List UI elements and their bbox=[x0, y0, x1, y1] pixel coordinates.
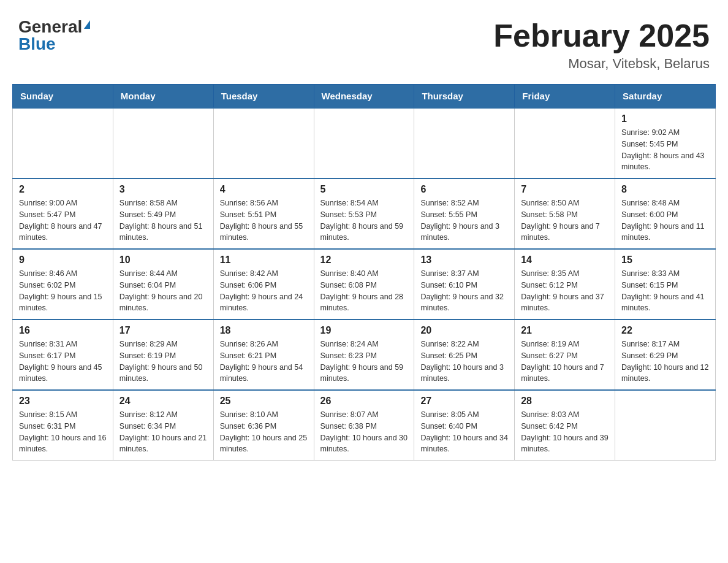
day-info: Sunrise: 8:54 AM Sunset: 5:53 PM Dayligh… bbox=[320, 197, 408, 243]
day-cell bbox=[13, 108, 113, 178]
day-info: Sunrise: 8:07 AM Sunset: 6:38 PM Dayligh… bbox=[320, 409, 408, 455]
calendar-header: SundayMondayTuesdayWednesdayThursdayFrid… bbox=[13, 85, 716, 109]
day-info: Sunrise: 8:26 AM Sunset: 6:21 PM Dayligh… bbox=[220, 339, 308, 385]
calendar-subtitle: Mosar, Vitebsk, Belarus bbox=[493, 56, 710, 72]
day-cell bbox=[414, 108, 515, 178]
day-info: Sunrise: 9:00 AM Sunset: 5:47 PM Dayligh… bbox=[19, 197, 107, 243]
day-info: Sunrise: 8:58 AM Sunset: 5:49 PM Dayligh… bbox=[119, 197, 207, 243]
day-cell: 4Sunrise: 8:56 AM Sunset: 5:51 PM Daylig… bbox=[213, 178, 314, 249]
day-number: 10 bbox=[119, 255, 207, 266]
day-info: Sunrise: 8:37 AM Sunset: 6:10 PM Dayligh… bbox=[420, 268, 508, 314]
day-cell: 12Sunrise: 8:40 AM Sunset: 6:08 PM Dayli… bbox=[314, 249, 414, 320]
day-number: 26 bbox=[320, 396, 408, 407]
day-cell: 8Sunrise: 8:48 AM Sunset: 6:00 PM Daylig… bbox=[615, 178, 716, 249]
day-info: Sunrise: 8:42 AM Sunset: 6:06 PM Dayligh… bbox=[220, 268, 308, 314]
day-number: 28 bbox=[521, 396, 609, 407]
day-cell: 5Sunrise: 8:54 AM Sunset: 5:53 PM Daylig… bbox=[314, 178, 414, 249]
day-info: Sunrise: 8:48 AM Sunset: 6:00 PM Dayligh… bbox=[621, 197, 709, 243]
day-info: Sunrise: 8:22 AM Sunset: 6:25 PM Dayligh… bbox=[420, 339, 508, 385]
day-number: 12 bbox=[320, 255, 408, 266]
calendar-table: SundayMondayTuesdayWednesdayThursdayFrid… bbox=[12, 84, 716, 461]
day-cell bbox=[515, 108, 615, 178]
header-day-sunday: Sunday bbox=[13, 85, 113, 109]
day-info: Sunrise: 8:10 AM Sunset: 6:36 PM Dayligh… bbox=[220, 409, 308, 455]
calendar-body: 1Sunrise: 9:02 AM Sunset: 5:45 PM Daylig… bbox=[13, 108, 716, 461]
day-info: Sunrise: 8:44 AM Sunset: 6:04 PM Dayligh… bbox=[119, 268, 207, 314]
day-number: 8 bbox=[621, 184, 709, 195]
day-number: 6 bbox=[420, 184, 508, 195]
day-number: 22 bbox=[621, 325, 709, 336]
day-number: 17 bbox=[119, 325, 207, 336]
day-number: 14 bbox=[521, 255, 609, 266]
day-info: Sunrise: 8:33 AM Sunset: 6:15 PM Dayligh… bbox=[621, 268, 709, 314]
week-row-5: 23Sunrise: 8:15 AM Sunset: 6:31 PM Dayli… bbox=[13, 390, 716, 461]
week-row-1: 1Sunrise: 9:02 AM Sunset: 5:45 PM Daylig… bbox=[13, 108, 716, 178]
day-cell: 6Sunrise: 8:52 AM Sunset: 5:55 PM Daylig… bbox=[414, 178, 515, 249]
header-day-monday: Monday bbox=[113, 85, 213, 109]
day-info: Sunrise: 8:12 AM Sunset: 6:34 PM Dayligh… bbox=[119, 409, 207, 455]
day-cell: 19Sunrise: 8:24 AM Sunset: 6:23 PM Dayli… bbox=[314, 320, 414, 390]
day-cell: 14Sunrise: 8:35 AM Sunset: 6:12 PM Dayli… bbox=[515, 249, 615, 320]
day-cell: 20Sunrise: 8:22 AM Sunset: 6:25 PM Dayli… bbox=[414, 320, 515, 390]
day-number: 24 bbox=[119, 396, 207, 407]
day-cell: 26Sunrise: 8:07 AM Sunset: 6:38 PM Dayli… bbox=[314, 390, 414, 461]
day-cell: 25Sunrise: 8:10 AM Sunset: 6:36 PM Dayli… bbox=[213, 390, 314, 461]
day-number: 21 bbox=[521, 325, 609, 336]
day-number: 9 bbox=[19, 255, 107, 266]
header-day-wednesday: Wednesday bbox=[314, 85, 414, 109]
day-cell: 2Sunrise: 9:00 AM Sunset: 5:47 PM Daylig… bbox=[13, 178, 113, 249]
day-number: 25 bbox=[220, 396, 308, 407]
day-info: Sunrise: 8:50 AM Sunset: 5:58 PM Dayligh… bbox=[521, 197, 609, 243]
day-cell bbox=[113, 108, 213, 178]
day-cell bbox=[314, 108, 414, 178]
day-number: 27 bbox=[420, 396, 508, 407]
day-number: 18 bbox=[220, 325, 308, 336]
day-cell: 21Sunrise: 8:19 AM Sunset: 6:27 PM Dayli… bbox=[515, 320, 615, 390]
day-cell bbox=[213, 108, 314, 178]
day-number: 4 bbox=[220, 184, 308, 195]
day-number: 16 bbox=[19, 325, 107, 336]
header-day-friday: Friday bbox=[515, 85, 615, 109]
day-cell: 27Sunrise: 8:05 AM Sunset: 6:40 PM Dayli… bbox=[414, 390, 515, 461]
day-cell: 1Sunrise: 9:02 AM Sunset: 5:45 PM Daylig… bbox=[615, 108, 716, 178]
day-info: Sunrise: 9:02 AM Sunset: 5:45 PM Dayligh… bbox=[621, 127, 709, 173]
day-info: Sunrise: 8:46 AM Sunset: 6:02 PM Dayligh… bbox=[19, 268, 107, 314]
day-number: 11 bbox=[220, 255, 308, 266]
header-day-saturday: Saturday bbox=[615, 85, 716, 109]
day-number: 23 bbox=[19, 396, 107, 407]
day-info: Sunrise: 8:29 AM Sunset: 6:19 PM Dayligh… bbox=[119, 339, 207, 385]
header-day-tuesday: Tuesday bbox=[213, 85, 314, 109]
day-cell: 11Sunrise: 8:42 AM Sunset: 6:06 PM Dayli… bbox=[213, 249, 314, 320]
logo-triangle-icon bbox=[84, 20, 90, 29]
header-day-thursday: Thursday bbox=[414, 85, 515, 109]
day-info: Sunrise: 8:31 AM Sunset: 6:17 PM Dayligh… bbox=[19, 339, 107, 385]
day-cell: 23Sunrise: 8:15 AM Sunset: 6:31 PM Dayli… bbox=[13, 390, 113, 461]
day-info: Sunrise: 8:15 AM Sunset: 6:31 PM Dayligh… bbox=[19, 409, 107, 455]
week-row-3: 9Sunrise: 8:46 AM Sunset: 6:02 PM Daylig… bbox=[13, 249, 716, 320]
day-info: Sunrise: 8:35 AM Sunset: 6:12 PM Dayligh… bbox=[521, 268, 609, 314]
day-cell bbox=[615, 390, 716, 461]
day-cell: 24Sunrise: 8:12 AM Sunset: 6:34 PM Dayli… bbox=[113, 390, 213, 461]
day-number: 20 bbox=[420, 325, 508, 336]
day-number: 5 bbox=[320, 184, 408, 195]
day-number: 7 bbox=[521, 184, 609, 195]
day-cell: 3Sunrise: 8:58 AM Sunset: 5:49 PM Daylig… bbox=[113, 178, 213, 249]
day-info: Sunrise: 8:05 AM Sunset: 6:40 PM Dayligh… bbox=[420, 409, 508, 455]
day-cell: 10Sunrise: 8:44 AM Sunset: 6:04 PM Dayli… bbox=[113, 249, 213, 320]
day-cell: 9Sunrise: 8:46 AM Sunset: 6:02 PM Daylig… bbox=[13, 249, 113, 320]
calendar-title: February 2025 bbox=[493, 18, 710, 53]
day-cell: 17Sunrise: 8:29 AM Sunset: 6:19 PM Dayli… bbox=[113, 320, 213, 390]
week-row-2: 2Sunrise: 9:00 AM Sunset: 5:47 PM Daylig… bbox=[13, 178, 716, 249]
logo-blue-text: Blue bbox=[18, 36, 56, 53]
day-info: Sunrise: 8:56 AM Sunset: 5:51 PM Dayligh… bbox=[220, 197, 308, 243]
page-header: General Blue February 2025 Mosar, Vitebs… bbox=[12, 12, 716, 72]
day-number: 19 bbox=[320, 325, 408, 336]
week-row-4: 16Sunrise: 8:31 AM Sunset: 6:17 PM Dayli… bbox=[13, 320, 716, 390]
day-cell: 15Sunrise: 8:33 AM Sunset: 6:15 PM Dayli… bbox=[615, 249, 716, 320]
day-cell: 13Sunrise: 8:37 AM Sunset: 6:10 PM Dayli… bbox=[414, 249, 515, 320]
day-number: 13 bbox=[420, 255, 508, 266]
day-number: 15 bbox=[621, 255, 709, 266]
header-row: SundayMondayTuesdayWednesdayThursdayFrid… bbox=[13, 85, 716, 109]
day-cell: 18Sunrise: 8:26 AM Sunset: 6:21 PM Dayli… bbox=[213, 320, 314, 390]
day-info: Sunrise: 8:40 AM Sunset: 6:08 PM Dayligh… bbox=[320, 268, 408, 314]
